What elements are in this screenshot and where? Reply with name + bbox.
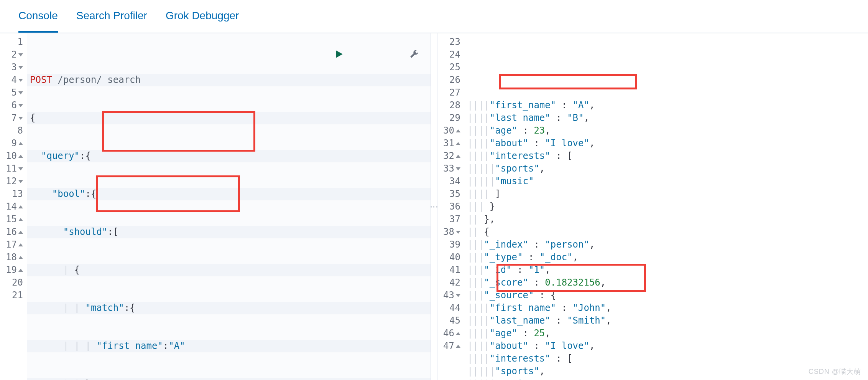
- watermark: CSDN @喵大萌: [809, 367, 861, 376]
- output-line: | | },: [464, 213, 868, 226]
- output-line: | | | | "age" : 23,: [464, 124, 868, 137]
- request-editor[interactable]: POST /person/_search { "query":{ "bool":…: [27, 33, 431, 380]
- output-line: | | {: [464, 226, 868, 238]
- workspace: 1 2 3 4 5 6 7 8 9 10 11 12 13 14 15 16 1…: [0, 33, 868, 380]
- request-options-icon[interactable]: [354, 36, 419, 75]
- annotation-box: [499, 74, 637, 89]
- output-line: | | | "_source" : {: [464, 289, 868, 302]
- output-line: | | | | "last_name" : "B",: [464, 112, 868, 124]
- tab-grok-debugger[interactable]: Grok Debugger: [166, 0, 239, 33]
- editor-gutter: 1 2 3 4 5 6 7 8 9 10 11 12 13 14 15 16 1…: [0, 33, 27, 380]
- response-output-panel: 2324252627282930313233343536373839404142…: [437, 33, 868, 380]
- output-gutter: 2324252627282930313233343536373839404142…: [437, 33, 464, 380]
- http-method: POST: [30, 74, 52, 85]
- output-line: | | | | | "music": [464, 378, 868, 380]
- output-line: | | | "_id" : "1",: [464, 264, 868, 276]
- response-output[interactable]: | | | | "first_name" : "A", | | | | "las…: [464, 33, 868, 380]
- output-line: | | | | "interests" : [: [464, 352, 868, 365]
- output-line: | | | | | "sports",: [464, 365, 868, 378]
- key-query: "query": [41, 150, 80, 161]
- key-should: "should": [63, 226, 108, 237]
- output-line: | | | | "about" : "I love",: [464, 137, 868, 150]
- output-line: | | | }: [464, 200, 868, 213]
- output-line: | | | | "first_name" : "A",: [464, 99, 868, 112]
- tab-console[interactable]: Console: [18, 0, 58, 33]
- output-line: | | | "_score" : 0.18232156,: [464, 276, 868, 289]
- key-bool: "bool": [52, 188, 85, 199]
- panel-resize-handle[interactable]: ⋮: [431, 33, 437, 380]
- output-line: | | | | "age" : 25,: [464, 327, 868, 340]
- request-editor-panel: 1 2 3 4 5 6 7 8 9 10 11 12 13 14 15 16 1…: [0, 33, 431, 380]
- output-line: | | | | "about" : "I love",: [464, 340, 868, 352]
- output-line: | | | | | "sports",: [464, 162, 868, 175]
- output-line: | | | | ]: [464, 188, 868, 200]
- output-line: | | | | "last_name" : "Smith",: [464, 314, 868, 327]
- key-match: "match": [85, 302, 124, 313]
- tab-bar: Console Search Profiler Grok Debugger: [0, 0, 868, 33]
- output-line: | | | | "interests" : [: [464, 150, 868, 162]
- output-line: | | | | "first_name" : "John",: [464, 302, 868, 314]
- output-line: | | | "_type" : "_doc",: [464, 251, 868, 264]
- drag-handle-icon: ⋮: [432, 203, 436, 211]
- key-first-name: "first_name": [96, 340, 163, 351]
- brace: {: [30, 112, 35, 123]
- request-path: /person/_search: [52, 74, 141, 85]
- run-request-icon[interactable]: [278, 36, 344, 75]
- output-line: | | | "_index" : "person",: [464, 238, 868, 251]
- output-line: | | | | | "music": [464, 175, 868, 188]
- tab-search-profiler[interactable]: Search Profiler: [76, 0, 147, 33]
